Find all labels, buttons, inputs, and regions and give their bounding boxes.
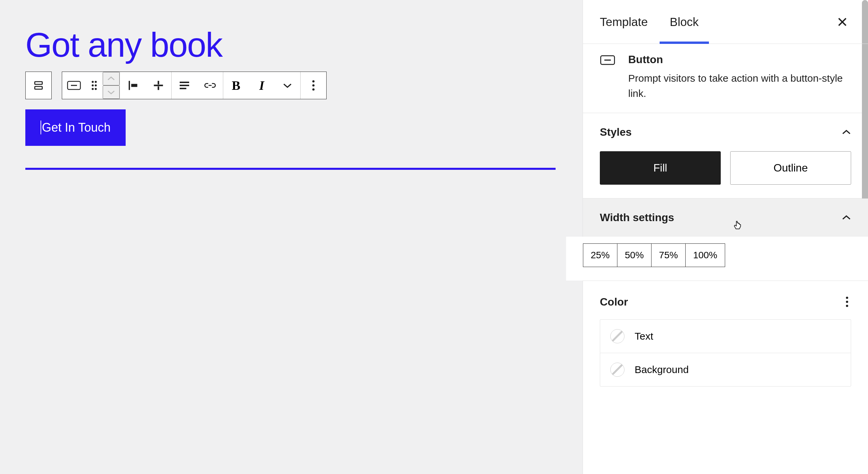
settings-sidebar: Template Block Button Prompt visitors to… xyxy=(583,0,868,474)
svg-point-6 xyxy=(92,84,94,86)
page-heading[interactable]: Got any book xyxy=(25,25,557,65)
block-type-button[interactable] xyxy=(62,72,86,99)
width-100-button[interactable]: 100% xyxy=(686,244,725,267)
drag-icon xyxy=(91,80,98,90)
move-down-button[interactable] xyxy=(103,85,120,99)
toolbar-group-main: B I xyxy=(62,72,327,99)
text-color-swatch xyxy=(610,329,624,343)
close-sidebar-button[interactable] xyxy=(834,13,851,31)
separator-block[interactable] xyxy=(25,168,556,170)
tab-block[interactable]: Block xyxy=(670,0,699,44)
color-panel: Color Text Background xyxy=(583,281,868,387)
block-description: Prompt visitors to take action with a bu… xyxy=(628,71,851,101)
vertical-align-button[interactable] xyxy=(146,72,171,99)
width-panel: Width settings 25% 50% 75% 100% xyxy=(583,199,868,281)
chevron-up-icon xyxy=(842,130,851,135)
color-panel-title: Color xyxy=(600,296,628,308)
width-50-button[interactable]: 50% xyxy=(617,244,652,267)
tab-template[interactable]: Template xyxy=(600,0,648,44)
svg-point-25 xyxy=(846,305,848,307)
italic-button[interactable]: I xyxy=(249,72,275,99)
more-vertical-icon xyxy=(312,80,315,91)
background-color-swatch xyxy=(610,363,624,377)
button-block-icon xyxy=(67,81,81,90)
select-parent-button[interactable] xyxy=(26,72,51,99)
style-options: Fill Outline xyxy=(600,151,851,185)
block-toolbar: B I xyxy=(25,72,557,99)
styles-panel: Styles Fill Outline xyxy=(583,113,868,199)
svg-rect-1 xyxy=(35,86,42,89)
svg-point-8 xyxy=(92,88,94,90)
move-up-button[interactable] xyxy=(103,72,120,85)
svg-point-4 xyxy=(92,81,94,83)
svg-rect-16 xyxy=(180,85,189,86)
drag-handle-button[interactable] xyxy=(86,72,103,99)
styles-panel-title: Styles xyxy=(600,126,632,138)
svg-point-23 xyxy=(846,297,848,299)
vertical-align-icon xyxy=(152,79,164,91)
svg-point-24 xyxy=(846,301,848,303)
color-background-item[interactable]: Background xyxy=(600,353,851,387)
svg-point-5 xyxy=(95,81,97,83)
chevron-down-icon xyxy=(107,90,115,95)
svg-rect-11 xyxy=(131,84,137,87)
width-panel-header[interactable]: Width settings xyxy=(583,199,868,237)
buttons-block-icon xyxy=(32,79,45,92)
width-25-button[interactable]: 25% xyxy=(583,244,617,267)
chevron-up-icon xyxy=(107,76,115,81)
button-block-icon xyxy=(600,55,615,65)
style-fill-button[interactable]: Fill xyxy=(600,151,721,185)
style-outline-button[interactable]: Outline xyxy=(730,151,851,185)
editor-canvas[interactable]: Got any book xyxy=(0,0,583,474)
svg-rect-17 xyxy=(180,88,186,89)
svg-point-20 xyxy=(312,88,315,91)
svg-point-19 xyxy=(312,84,315,87)
link-button[interactable] xyxy=(197,72,223,99)
color-text-item[interactable]: Text xyxy=(600,319,851,353)
svg-rect-12 xyxy=(154,85,163,86)
sidebar-tabs: Template Block xyxy=(583,0,868,44)
svg-point-18 xyxy=(312,80,315,83)
italic-icon: I xyxy=(259,78,264,93)
svg-rect-0 xyxy=(35,82,42,84)
width-options: 25% 50% 75% 100% xyxy=(583,243,725,267)
more-options-button[interactable] xyxy=(301,72,326,99)
chevron-up-icon xyxy=(842,215,851,220)
svg-rect-15 xyxy=(180,82,189,83)
button-text[interactable]: Get In Touch xyxy=(41,121,110,134)
align-left-icon xyxy=(127,79,139,91)
width-panel-title: Width settings xyxy=(600,211,674,224)
svg-rect-13 xyxy=(158,81,159,85)
more-vertical-icon xyxy=(846,296,848,307)
svg-point-7 xyxy=(95,84,97,86)
close-icon xyxy=(837,17,848,27)
width-75-button[interactable]: 75% xyxy=(652,244,686,267)
color-background-label: Background xyxy=(635,364,689,375)
button-block-selected[interactable]: Get In Touch xyxy=(25,109,126,146)
color-text-label: Text xyxy=(635,331,653,342)
align-button[interactable] xyxy=(120,72,146,99)
bold-icon: B xyxy=(232,78,240,93)
bold-button[interactable]: B xyxy=(223,72,249,99)
block-title: Button xyxy=(628,53,851,66)
block-header: Button Prompt visitors to take action wi… xyxy=(583,44,868,113)
more-formatting-button[interactable] xyxy=(275,72,300,99)
chevron-down-icon xyxy=(283,83,292,88)
justify-button[interactable] xyxy=(172,72,197,99)
svg-point-9 xyxy=(95,88,97,90)
svg-rect-10 xyxy=(129,81,130,90)
color-options-button[interactable] xyxy=(843,294,851,310)
svg-rect-14 xyxy=(158,86,159,90)
link-icon xyxy=(203,82,217,89)
justify-icon xyxy=(179,81,190,90)
toolbar-group-parent xyxy=(25,72,52,99)
color-panel-header: Color xyxy=(583,281,868,319)
styles-panel-header[interactable]: Styles xyxy=(583,113,868,151)
